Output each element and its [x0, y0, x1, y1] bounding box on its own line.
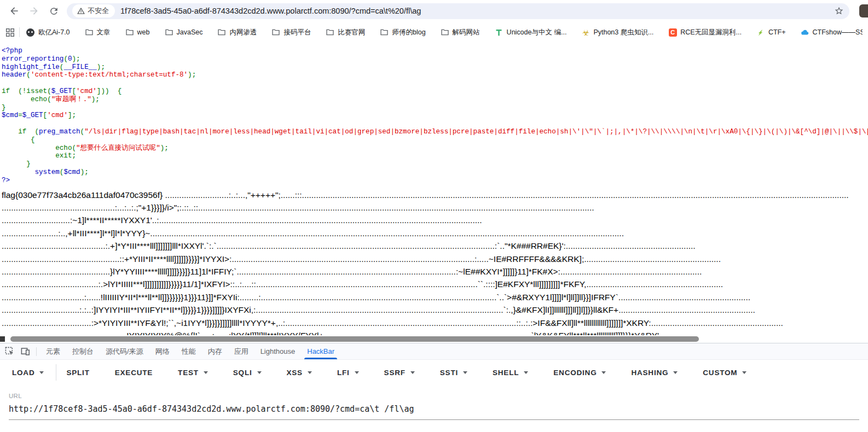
tab-groups-icon[interactable]: [5, 28, 15, 37]
hackbar-button-custom[interactable]: CUSTOM: [703, 369, 747, 377]
devtools-tab-hackbar[interactable]: HackBar: [301, 343, 340, 359]
bookmarks-bar: 欧亿Ai-7.0文章webJavaSec内网渗透接码平台比赛官网师傅的blog解…: [0, 22, 868, 43]
bookmark-label: Python3 爬虫知识...: [593, 28, 653, 37]
bookmark-item[interactable]: web: [125, 28, 150, 37]
ascii-art-line: ........................................…: [2, 329, 868, 335]
ascii-art-line: ........................................…: [2, 253, 868, 265]
devtools-tab-sources[interactable]: 源代码/来源: [100, 343, 149, 359]
ascii-art-line: .............................:~1]l****II…: [2, 214, 868, 226]
security-label: 不安全: [88, 6, 109, 16]
hackbar-button-sqli[interactable]: SQLI: [233, 369, 262, 377]
devtools-tab-elements[interactable]: 元素: [40, 343, 66, 359]
scrollbar-thumb[interactable]: [10, 336, 699, 342]
hackbar-button-ssti[interactable]: SSTI: [440, 369, 467, 377]
hackbar-url-input[interactable]: http://1f78cef8-3ad5-45a0-a6df-874343d2c…: [9, 404, 859, 420]
devtools-tab-lighthouse[interactable]: Lighthouse: [254, 343, 302, 359]
bookmark-item[interactable]: CRCE无回显漏洞利...: [668, 28, 742, 37]
hackbar-button-split[interactable]: SPLIT: [66, 369, 89, 377]
devtools-tab-performance[interactable]: 性能: [176, 343, 202, 359]
code-line: [2, 79, 868, 87]
chevron-down-icon: [308, 371, 312, 374]
bookmark-label: 比赛官网: [338, 28, 365, 37]
chevron-down-icon: [204, 371, 208, 374]
scrollbar-stub: [0, 336, 5, 342]
devtools-tab-network[interactable]: 网络: [149, 343, 176, 359]
ascii-art-line: ......................................:>…: [2, 317, 868, 329]
hackbar-button-label: SPLIT: [66, 369, 89, 377]
bookmark-item[interactable]: 接码平台: [271, 28, 311, 37]
bookmark-label: Unicode与中文 编...: [507, 28, 567, 37]
bookmark-item[interactable]: 师傅的blog: [380, 28, 425, 37]
folder-icon: [271, 28, 280, 37]
hackbar-button-label: SSRF: [384, 369, 406, 377]
bookmark-item[interactable]: 内网渗透: [217, 28, 257, 37]
folder-icon: [125, 28, 134, 37]
code-line: highlight_file(__FILE__);: [2, 63, 868, 72]
chevron-down-icon: [742, 371, 747, 374]
extension-icon[interactable]: [859, 4, 868, 17]
bookmark-label: CTFshow——SSTI...: [813, 28, 863, 36]
back-button[interactable]: [7, 3, 22, 19]
bookmark-item[interactable]: 文章: [85, 28, 111, 37]
devtools-tab-application[interactable]: 应用: [228, 343, 254, 359]
ai-avatar-icon: [26, 28, 35, 37]
forward-button[interactable]: [26, 3, 42, 19]
bookmark-item[interactable]: JavaSec: [165, 28, 203, 37]
hackbar-button-shell[interactable]: SHELL: [493, 369, 528, 377]
horizontal-scrollbar[interactable]: [0, 335, 868, 343]
ascii-art-line: ........................................…: [2, 278, 868, 290]
bookmark-item[interactable]: CTFshow——SSTI...: [801, 28, 863, 37]
chevron-down-icon: [39, 371, 44, 374]
bookmark-item[interactable]: 比赛官网: [326, 28, 365, 37]
code-line: <?php: [2, 47, 868, 55]
toolbar-divider: [56, 364, 56, 381]
bookmark-label: web: [137, 28, 150, 36]
device-toolbar-icon[interactable]: [20, 346, 31, 357]
hackbar-button-label: ENCODING: [553, 369, 597, 377]
hackbar-button-label: SHELL: [493, 369, 519, 377]
bookmark-item[interactable]: 欧亿Ai-7.0: [26, 28, 70, 37]
bookmark-label: 解码网站: [453, 28, 480, 37]
biohazard-icon: ☣: [581, 28, 590, 37]
security-chip[interactable]: 不安全: [72, 4, 115, 17]
url-text[interactable]: 1f78cef8-3ad5-45a0-a6df-874343d2cd2d.www…: [120, 7, 830, 15]
bookmark-label: 内网渗透: [229, 28, 257, 37]
devtools-tabbar: 元素控制台源代码/来源网络性能内存应用LighthouseHackBar: [0, 343, 868, 360]
hackbar-button-test[interactable]: TEST: [178, 369, 208, 377]
hackbar-button-hashing[interactable]: HASHING: [631, 369, 678, 377]
bookmark-item[interactable]: 解码网站: [441, 28, 480, 37]
code-line: {: [2, 136, 868, 144]
folder-icon: [217, 28, 226, 37]
bookmarks-separator: [19, 27, 20, 37]
code-line: ?>: [2, 177, 868, 185]
hackbar-button-lfi[interactable]: LFI: [337, 369, 359, 377]
ascii-art-line: ........................................…: [2, 265, 868, 278]
ascii-art-line: ...................................:....…: [2, 291, 868, 303]
bookmark-label: CTF+: [768, 28, 786, 36]
bookmark-item[interactable]: Unicode与中文 编...: [495, 28, 567, 37]
hackbar-button-xss[interactable]: XSS: [287, 369, 312, 377]
code-line: }: [2, 160, 868, 168]
code-line: exit;: [2, 152, 868, 160]
bookmark-star-icon[interactable]: [834, 6, 844, 16]
reload-button[interactable]: [46, 3, 61, 19]
bookmark-item[interactable]: CTF+: [756, 28, 786, 37]
devtools-tab-console[interactable]: 控制台: [66, 343, 100, 359]
chevron-down-icon: [355, 371, 359, 374]
folder-icon: [85, 28, 94, 37]
devtools-tab-memory[interactable]: 内存: [202, 343, 228, 359]
bookmark-item[interactable]: ☣Python3 爬虫知识...: [581, 28, 653, 37]
bookmark-label: 师傅的blog: [392, 28, 425, 37]
hackbar-button-label: LFI: [337, 369, 350, 377]
code-line: if (!isset($_GET['cmd'])) {: [2, 87, 868, 96]
hackbar-button-execute[interactable]: EXECUTE: [115, 369, 153, 377]
code-line: error_reporting(0);: [2, 55, 868, 63]
hackbar-button-label: LOAD: [12, 369, 34, 377]
folder-icon: [380, 28, 389, 37]
inspect-element-icon[interactable]: [4, 346, 15, 357]
omnibox[interactable]: 不安全 1f78cef8-3ad5-45a0-a6df-874343d2cd2d…: [67, 3, 849, 19]
hackbar-button-load[interactable]: LOAD: [12, 369, 44, 377]
hackbar-button-encoding[interactable]: ENCODING: [553, 369, 606, 377]
hackbar-button-ssrf[interactable]: SSRF: [384, 369, 415, 377]
code-line: system($cmd);: [2, 168, 868, 177]
